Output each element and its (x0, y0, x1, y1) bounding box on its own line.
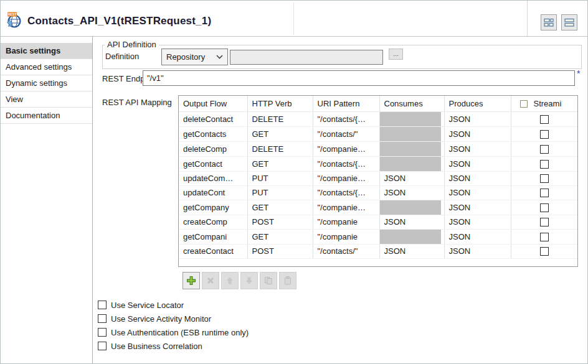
option-checkbox[interactable] (98, 342, 107, 350)
cell-produces[interactable]: JSON (444, 141, 511, 156)
cell-output-flow[interactable]: deleteContact (179, 111, 247, 126)
move-up-button[interactable] (221, 272, 239, 289)
cell-output-flow[interactable]: updateCont (179, 185, 247, 200)
cell-uri-pattern[interactable]: "/companie… (313, 141, 379, 156)
cell-http-verb[interactable]: DELETE (247, 141, 313, 156)
table-row[interactable]: updateCont PUT "/contacts/{… JSON JSON (179, 185, 577, 200)
cell-http-verb[interactable]: POST (247, 215, 313, 229)
cell-http-verb[interactable]: GET (247, 229, 313, 244)
cell-produces[interactable]: JSON (444, 185, 511, 200)
cell-produces[interactable]: JSON (444, 244, 511, 258)
cell-http-verb[interactable]: POST (247, 244, 313, 258)
cell-http-verb[interactable]: DELETE (247, 111, 313, 126)
cell-consumes[interactable]: JSON (379, 215, 444, 229)
cell-uri-pattern[interactable]: "/companie (313, 215, 379, 229)
cell-uri-pattern[interactable]: "/contacts/{… (313, 156, 379, 171)
cell-output-flow[interactable]: createComp (179, 215, 247, 229)
cell-consumes[interactable]: JSON (379, 185, 444, 200)
option-checkbox[interactable] (98, 301, 107, 309)
column-header-output-flow[interactable]: Output Flow (179, 96, 247, 111)
table-row[interactable]: deleteComp DELETE "/companie… JSON (179, 141, 577, 156)
add-row-button[interactable] (183, 272, 200, 289)
streaming-checkbox[interactable] (540, 160, 549, 169)
cell-consumes[interactable]: JSON (379, 244, 444, 258)
cell-produces[interactable]: JSON (444, 111, 511, 126)
cell-uri-pattern[interactable]: "/companie… (313, 200, 379, 215)
streaming-header-checkbox[interactable] (520, 100, 528, 108)
cell-streaming[interactable] (511, 215, 577, 229)
column-header-uri-pattern[interactable]: URI Pattern (313, 96, 379, 111)
option-row[interactable]: Use Business Correlation (98, 339, 249, 353)
cell-uri-pattern[interactable]: "/contacts/" (313, 244, 379, 258)
cell-streaming[interactable] (511, 171, 577, 185)
browse-button[interactable]: ... (389, 49, 403, 60)
definition-value-field[interactable] (230, 50, 383, 65)
cell-consumes[interactable] (379, 229, 444, 244)
copy-button[interactable] (260, 272, 277, 289)
paste-button[interactable] (279, 272, 296, 289)
streaming-checkbox[interactable] (540, 145, 549, 154)
cell-streaming[interactable] (511, 244, 577, 258)
option-checkbox[interactable] (98, 314, 107, 323)
table-row[interactable]: updateCom… PUT "/companie… JSON JSON (179, 171, 577, 185)
cell-produces[interactable]: JSON (444, 156, 511, 171)
streaming-checkbox[interactable] (540, 203, 549, 212)
cell-produces[interactable]: JSON (444, 126, 511, 141)
cell-streaming[interactable] (511, 111, 577, 126)
cell-output-flow[interactable]: getContacts (179, 126, 247, 141)
cell-consumes[interactable]: JSON (379, 171, 444, 185)
streaming-checkbox[interactable] (540, 233, 549, 241)
cell-produces[interactable]: JSON (444, 229, 511, 244)
definition-mode-select[interactable]: Repository (161, 49, 228, 65)
streaming-checkbox[interactable] (540, 115, 549, 124)
cell-http-verb[interactable]: GET (247, 126, 313, 141)
streaming-checkbox[interactable] (540, 218, 549, 226)
cell-streaming[interactable] (511, 200, 577, 215)
sidebar-tab-dynamic-settings[interactable]: Dynamic settings (1, 75, 92, 91)
cell-output-flow[interactable]: updateCom… (179, 171, 247, 185)
cell-http-verb[interactable]: PUT (247, 171, 313, 185)
sidebar-tab-view[interactable]: View (1, 91, 92, 108)
cell-streaming[interactable] (511, 141, 577, 156)
row-layout-button[interactable] (561, 14, 577, 30)
table-row[interactable]: createComp POST "/companie JSON JSON (179, 215, 577, 229)
cell-http-verb[interactable]: GET (247, 200, 313, 215)
cell-uri-pattern[interactable]: "/contacts/{… (313, 185, 379, 200)
delete-row-button[interactable] (202, 272, 219, 289)
cell-output-flow[interactable]: deleteComp (179, 141, 247, 156)
cell-uri-pattern[interactable]: "/companie (313, 229, 379, 244)
option-row[interactable]: Use Service Locator (98, 298, 249, 312)
cell-http-verb[interactable]: PUT (247, 185, 313, 200)
cell-consumes[interactable] (379, 156, 444, 171)
column-header-produces[interactable]: Produces (444, 96, 511, 111)
cell-uri-pattern[interactable]: "/contacts/" (313, 126, 379, 141)
streaming-checkbox[interactable] (540, 189, 549, 197)
cell-consumes[interactable] (379, 141, 444, 156)
rest-endpoint-input[interactable] (143, 70, 575, 86)
cell-consumes[interactable] (379, 200, 444, 215)
streaming-checkbox[interactable] (540, 174, 549, 183)
table-row[interactable]: getCompani GET "/companie JSON (179, 229, 577, 244)
table-row[interactable]: getContact GET "/contacts/{… JSON (179, 156, 577, 171)
cell-output-flow[interactable]: getContact (179, 156, 247, 171)
option-row[interactable]: Use Service Activity Monitor (98, 312, 249, 325)
move-down-button[interactable] (240, 272, 258, 289)
table-row[interactable]: createContact POST "/contacts/" JSON JSO… (179, 244, 577, 258)
table-row[interactable]: getContacts GET "/contacts/" JSON (179, 126, 577, 141)
cell-streaming[interactable] (511, 229, 577, 244)
column-header-consumes[interactable]: Consumes (379, 96, 444, 111)
cell-consumes[interactable] (379, 126, 444, 141)
option-row[interactable]: Use Authentication (ESB runtime only) (98, 325, 249, 339)
streaming-checkbox[interactable] (540, 130, 549, 139)
table-row[interactable]: getCompany GET "/companie… JSON (179, 200, 577, 215)
streaming-checkbox[interactable] (540, 247, 549, 256)
table-row[interactable]: deleteContact DELETE "/contacts/{… JSON (179, 111, 577, 126)
cell-streaming[interactable] (511, 156, 577, 171)
cell-output-flow[interactable]: getCompany (179, 200, 247, 215)
cell-produces[interactable]: JSON (444, 215, 511, 229)
sidebar-tab-advanced-settings[interactable]: Advanced settings (1, 59, 92, 75)
tile-layout-button[interactable] (541, 14, 557, 30)
sidebar-tab-documentation[interactable]: Documentation (1, 108, 92, 124)
cell-produces[interactable]: JSON (444, 200, 511, 215)
sidebar-tab-basic-settings[interactable]: Basic settings (1, 43, 92, 59)
